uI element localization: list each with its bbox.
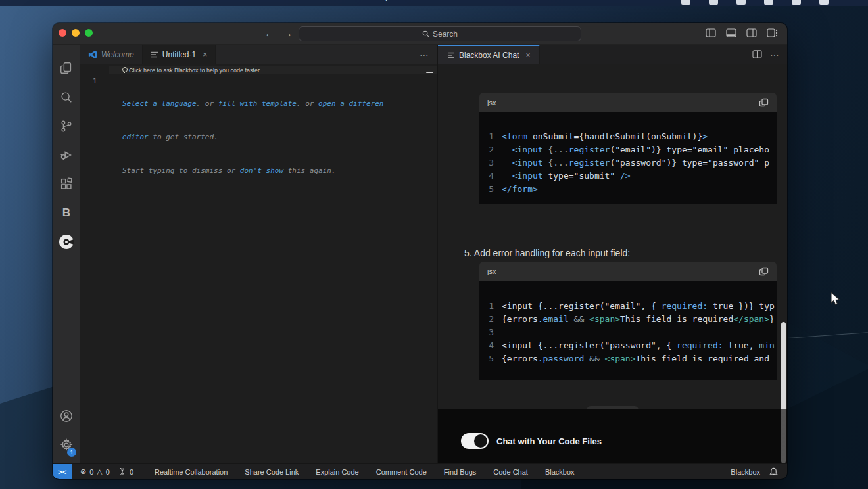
statusbar-item[interactable]: Code Chat	[493, 468, 528, 476]
customize-layout-icon[interactable]	[767, 28, 778, 37]
code-line: 3	[479, 326, 777, 339]
statusbar-items: Realtime CollaborationShare Code LinkExp…	[137, 468, 574, 476]
code-segment: <input	[512, 158, 543, 168]
editor-welcome-text: Select a language, or fill with template…	[122, 76, 431, 198]
fold-indicator[interactable]	[426, 72, 433, 73]
notifications-bell-icon[interactable]	[769, 467, 778, 477]
warning-icon: △	[97, 467, 102, 476]
video-icon[interactable]	[681, 0, 690, 5]
menubar-item[interactable]: Run	[243, 0, 258, 1]
extensions-icon[interactable]	[53, 170, 80, 198]
menubar-item[interactable]: Terminal	[276, 0, 308, 1]
code-line-number: 2	[479, 143, 502, 156]
close-tab-icon[interactable]: ×	[525, 51, 530, 60]
wifi-icon[interactable]	[736, 0, 746, 5]
command-center-search[interactable]: Search	[299, 26, 581, 41]
menubar-item[interactable]: Go	[214, 0, 226, 1]
menubar-item[interactable]: Help	[372, 0, 390, 1]
toggle-label: Chat with Your Code Files	[496, 436, 602, 446]
split-editor-icon[interactable]	[752, 50, 762, 58]
toggle-panel-icon[interactable]	[726, 28, 736, 37]
code-segment: })} typ	[733, 301, 775, 311]
vscode-window: ← → Search B	[53, 23, 787, 479]
editor-hint-link[interactable]: don't show	[240, 166, 283, 175]
close-tab-icon[interactable]: ×	[203, 50, 207, 59]
menubar-item[interactable]: File	[64, 0, 78, 1]
copy-icon[interactable]	[760, 267, 769, 276]
zoom-window-button[interactable]	[85, 29, 93, 37]
clock-icon[interactable]	[819, 0, 829, 5]
tab-blackbox-ai-chat[interactable]: Blackbox AI Chat ×	[438, 45, 540, 64]
statusbar-item[interactable]: Blackbox	[545, 468, 575, 476]
blackbox-extension-icon[interactable]: B	[53, 198, 80, 227]
titlebar[interactable]: ← → Search	[53, 23, 787, 45]
settings-gear-icon[interactable]: 1	[53, 431, 80, 459]
statusbar-item[interactable]: Explain Code	[316, 468, 358, 476]
chat-input-section: Chat with Your Code Files Ask a coding q…	[438, 409, 787, 463]
code-line: 5{errors.password && <span>This field is…	[479, 352, 777, 365]
tab-welcome[interactable]: Welcome	[80, 45, 143, 64]
back-button[interactable]: ←	[264, 28, 274, 39]
run-debug-icon[interactable]	[53, 141, 80, 170]
welcome-line: editor to get started.	[122, 131, 431, 143]
problems-indicator[interactable]: ⊗ 0 △ 0	[80, 467, 110, 476]
tab-untitled-label: Untitled-1	[162, 50, 196, 59]
editor-hint-link[interactable]: open a differen	[318, 99, 383, 108]
menubar-item[interactable]: Code	[26, 0, 47, 1]
toggle-secondary-sidebar-icon[interactable]	[746, 28, 757, 37]
menubar-item[interactable]: Window	[325, 0, 355, 1]
statusbar-item[interactable]: Find Bugs	[444, 468, 477, 476]
menubar-item[interactable]: View	[179, 0, 197, 1]
close-window-button[interactable]	[59, 29, 66, 37]
source-control-icon[interactable]	[53, 112, 80, 141]
code-segment: &&	[584, 354, 604, 363]
chat-conversation[interactable]: jsx 1<form onSubmit={handleSubmit(onSubm…	[438, 64, 787, 463]
menubar-item[interactable]: Edit	[95, 0, 109, 1]
ports-indicator[interactable]: 0	[118, 468, 133, 476]
battery-icon[interactable]	[709, 0, 718, 5]
code-segment: </form>	[502, 184, 538, 194]
remote-indicator[interactable]: ><	[53, 464, 72, 480]
code-line: 1<form onSubmit={handleSubmit(onSubmit)}…	[479, 130, 777, 143]
line-number: 1	[80, 76, 109, 87]
search-icon[interactable]	[764, 0, 773, 5]
chat-more-actions[interactable]: ⋯	[770, 49, 779, 60]
blackbox-status-label[interactable]: Blackbox	[731, 468, 760, 476]
tab-untitled-1[interactable]: Untitled-1 ×	[143, 45, 216, 64]
code-text: </form>	[502, 183, 777, 196]
menubar-item[interactable]: Selection	[126, 0, 161, 1]
editor[interactable]: Click here to ask Blackbox to help you c…	[80, 64, 437, 463]
statusbar-item[interactable]: Realtime Collaboration	[155, 468, 228, 476]
explorer-icon[interactable]	[53, 54, 80, 83]
editor-hint-link[interactable]: editor	[122, 133, 149, 141]
blackbox-hint-bar[interactable]: Click here to ask Blackbox to help you c…	[109, 66, 437, 74]
chat-with-code-files-toggle[interactable]	[461, 433, 489, 449]
code-text: <form onSubmit={handleSubmit(onSubmit)}>	[502, 130, 777, 143]
code-line-number: 3	[479, 326, 502, 339]
minimize-window-button[interactable]	[72, 29, 80, 37]
control-center-icon[interactable]	[792, 0, 801, 5]
statusbar-item[interactable]: Comment Code	[376, 468, 427, 476]
toggle-knob	[474, 434, 487, 448]
code-segment: true	[708, 301, 733, 311]
editor-more-actions[interactable]: ⋯	[420, 45, 429, 64]
search-icon[interactable]	[53, 83, 80, 112]
code-line: 1<input {...register("email", { required…	[479, 300, 777, 313]
macos-menubar: CodeFileEditSelectionViewGoRunTerminalWi…	[0, 0, 868, 6]
account-icon[interactable]	[53, 402, 80, 431]
code-segment: <span>	[605, 354, 636, 363]
forward-button[interactable]: →	[283, 28, 293, 39]
code-text: <input {...register("email", { required:…	[502, 300, 777, 313]
statusbar-item[interactable]: Share Code Link	[245, 468, 299, 476]
editor-hint-link[interactable]: Select a language	[122, 99, 197, 108]
copy-icon[interactable]	[760, 98, 769, 107]
blackbox-ai-logo-icon[interactable]	[53, 227, 80, 256]
toggle-primary-sidebar-icon[interactable]	[706, 28, 716, 37]
code-text: <input {...register("password", { requir…	[502, 339, 777, 352]
blackbox-chat-panel: Blackbox AI Chat × ⋯ jsx 1<form onSubmit…	[437, 45, 787, 463]
code-line-number: 2	[479, 313, 502, 326]
chat-scrollbar[interactable]	[781, 322, 786, 463]
code-segment: </span>	[733, 314, 769, 324]
editor-hint-link[interactable]: fill with template	[218, 99, 297, 108]
code-text: <input {...register("password")} type="p…	[502, 156, 777, 170]
